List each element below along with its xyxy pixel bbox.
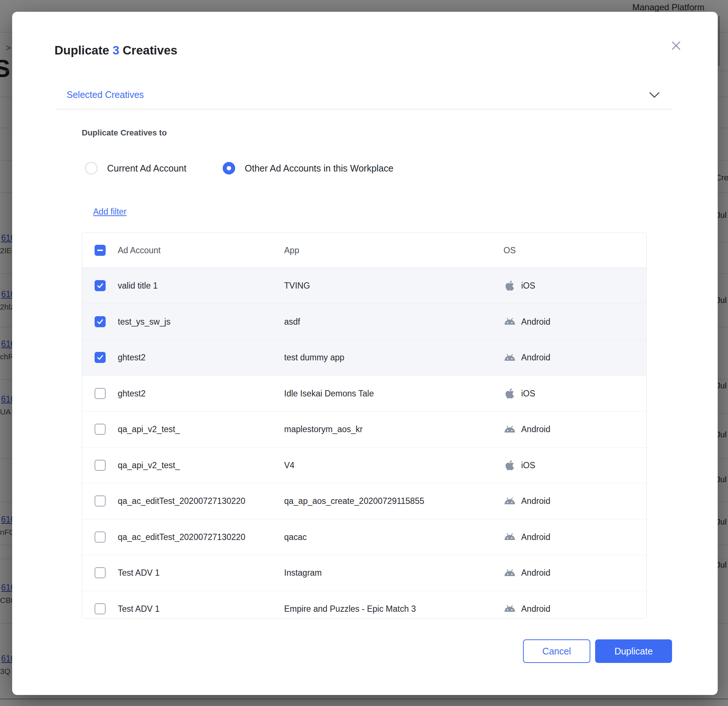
ad-account-cell: Test ADV 1 xyxy=(118,568,160,578)
os-cell: iOS xyxy=(504,388,535,399)
os-label: Android xyxy=(521,353,550,362)
radio-icon xyxy=(85,162,98,175)
row-checkbox[interactable] xyxy=(95,388,105,399)
table-row[interactable]: Test ADV 1 Empire and Puzzles - Epic Mat… xyxy=(82,591,646,619)
app-cell: Instagram xyxy=(284,568,322,578)
duplicate-creatives-modal: Duplicate 3 Creatives Selected Creatives… xyxy=(12,12,718,695)
ad-account-cell: qa_api_v2_test_ xyxy=(118,460,180,470)
screen: Managed Platform > S Cre 6162IEc6162hlz6… xyxy=(0,0,728,706)
ad-account-cell: qa_ac_editTest_20200727130220 xyxy=(118,532,246,542)
table-row[interactable]: ghtest2 test dummy app Android xyxy=(82,340,646,376)
column-header-os: OS xyxy=(504,245,516,256)
ad-account-cell: test_ys_sw_js xyxy=(118,316,170,326)
ad-account-cell: ghtest2 xyxy=(118,388,145,398)
os-cell: Android xyxy=(504,496,550,506)
os-label: Android xyxy=(521,424,550,435)
os-label: Android xyxy=(521,568,550,578)
row-checkbox[interactable] xyxy=(95,567,105,578)
row-checkbox[interactable] xyxy=(95,424,105,435)
duplicate-button[interactable]: Duplicate xyxy=(595,640,672,663)
row-checkbox[interactable] xyxy=(95,603,105,614)
apple-icon xyxy=(506,280,514,292)
modal-title: Duplicate 3 Creatives xyxy=(55,43,178,58)
row-checkbox[interactable] xyxy=(95,531,105,543)
app-cell: maplestorym_aos_kr xyxy=(284,424,363,435)
radio-current-ad-account[interactable]: Current Ad Account xyxy=(85,162,186,175)
radio-label: Current Ad Account xyxy=(107,163,186,174)
table-header-row: Ad Account App OS xyxy=(82,233,646,268)
duplicate-to-label: Duplicate Creatives to xyxy=(82,128,167,138)
apple-icon xyxy=(506,388,514,399)
os-cell: Android xyxy=(504,316,550,326)
apple-icon xyxy=(506,459,514,471)
app-cell: TVING xyxy=(284,281,310,291)
modal-title-count: 3 xyxy=(113,43,119,57)
android-icon xyxy=(504,353,516,361)
table-row[interactable]: qa_api_v2_test_ maplestorym_aos_kr Andro… xyxy=(82,411,646,448)
ad-account-cell: Test ADV 1 xyxy=(118,603,160,614)
os-cell: iOS xyxy=(504,459,535,471)
row-checkbox[interactable] xyxy=(95,316,105,327)
radio-icon xyxy=(222,162,235,175)
table-row[interactable]: test_ys_sw_js asdf Android xyxy=(82,304,646,340)
app-cell: qa_ap_aos_create_20200729115855 xyxy=(284,496,425,506)
column-header-app: App xyxy=(284,245,299,256)
modal-title-prefix: Duplicate xyxy=(55,43,109,57)
row-checkbox[interactable] xyxy=(95,352,105,363)
android-icon xyxy=(504,318,516,326)
ad-account-cell: valid title 1 xyxy=(118,281,158,291)
table-row[interactable]: ghtest2 Idle Isekai Demons Tale iOS xyxy=(82,376,646,412)
close-icon[interactable] xyxy=(668,38,684,54)
radio-label: Other Ad Accounts in this Workplace xyxy=(245,163,393,174)
row-checkbox[interactable] xyxy=(95,495,105,507)
row-checkbox[interactable] xyxy=(95,280,105,291)
chevron-down-icon[interactable] xyxy=(649,92,660,98)
modal-title-suffix: Creatives xyxy=(123,43,178,57)
os-label: Android xyxy=(521,496,550,506)
android-icon xyxy=(504,533,516,541)
android-icon xyxy=(504,569,516,577)
table-row[interactable]: qa_ac_editTest_20200727130220 qacac Andr… xyxy=(82,519,646,556)
table-row[interactable]: qa_api_v2_test_ V4 iOS xyxy=(82,448,646,484)
table-row[interactable]: qa_ac_editTest_20200727130220 qa_ap_aos_… xyxy=(82,483,646,519)
os-label: Android xyxy=(521,532,550,542)
radio-other-ad-accounts[interactable]: Other Ad Accounts in this Workplace xyxy=(222,162,393,175)
os-label: iOS xyxy=(521,388,535,398)
os-label: Android xyxy=(521,603,550,614)
app-cell: Empire and Puzzles - Epic Match 3 xyxy=(284,603,416,614)
app-cell: test dummy app xyxy=(284,353,344,362)
os-cell: Android xyxy=(504,353,550,362)
ad-account-cell: ghtest2 xyxy=(118,353,145,362)
accounts-table-body: valid title 1 TVING iOS test_ys_sw_js as xyxy=(82,268,646,619)
android-icon xyxy=(504,605,516,613)
os-cell: Android xyxy=(504,603,550,614)
os-label: iOS xyxy=(521,460,535,470)
selected-creatives-toggle[interactable]: Selected Creatives xyxy=(66,90,144,100)
android-icon xyxy=(504,497,516,505)
app-cell: Idle Isekai Demons Tale xyxy=(284,388,374,398)
os-label: Android xyxy=(521,316,550,326)
ad-account-cell: qa_ac_editTest_20200727130220 xyxy=(118,496,246,506)
add-filter-link[interactable]: Add filter xyxy=(93,207,127,217)
app-cell: qacac xyxy=(284,532,306,542)
column-header-ad-account: Ad Account xyxy=(118,245,160,256)
select-all-checkbox[interactable] xyxy=(95,245,105,256)
app-cell: V4 xyxy=(284,460,295,470)
os-label: iOS xyxy=(521,281,535,291)
ad-accounts-table: Ad Account App OS valid title 1 TVING xyxy=(82,232,647,619)
android-icon xyxy=(504,425,516,433)
section-divider xyxy=(56,109,673,109)
table-row[interactable]: Test ADV 1 Instagram Android xyxy=(82,555,646,591)
cancel-button[interactable]: Cancel xyxy=(523,640,590,663)
os-cell: Android xyxy=(504,532,550,542)
os-cell: iOS xyxy=(504,280,535,292)
table-row[interactable]: valid title 1 TVING iOS xyxy=(82,268,646,304)
app-cell: asdf xyxy=(284,316,300,326)
ad-account-cell: qa_api_v2_test_ xyxy=(118,424,180,435)
row-checkbox[interactable] xyxy=(95,460,105,471)
os-cell: Android xyxy=(504,568,550,578)
os-cell: Android xyxy=(504,424,550,435)
